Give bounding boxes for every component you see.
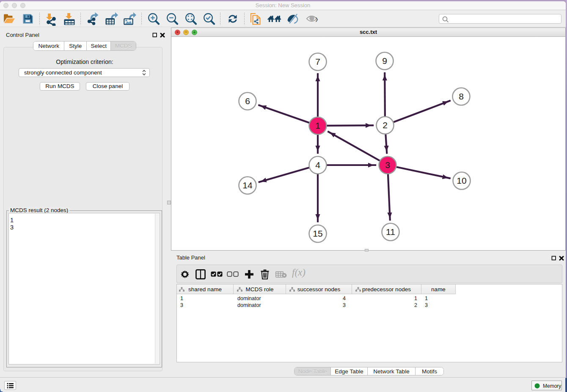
svg-text:1: 1 <box>315 121 320 130</box>
svg-text:6: 6 <box>245 96 250 106</box>
svg-text:8: 8 <box>459 91 464 101</box>
svg-text:11: 11 <box>386 227 395 237</box>
svg-text:15: 15 <box>313 229 322 238</box>
svg-text:10: 10 <box>457 176 466 185</box>
svg-text:4: 4 <box>315 160 320 170</box>
svg-text:7: 7 <box>315 57 320 66</box>
svg-text:3: 3 <box>385 160 390 170</box>
svg-text:2: 2 <box>383 120 388 130</box>
svg-text:9: 9 <box>382 56 387 66</box>
svg-text:14: 14 <box>242 180 253 190</box>
